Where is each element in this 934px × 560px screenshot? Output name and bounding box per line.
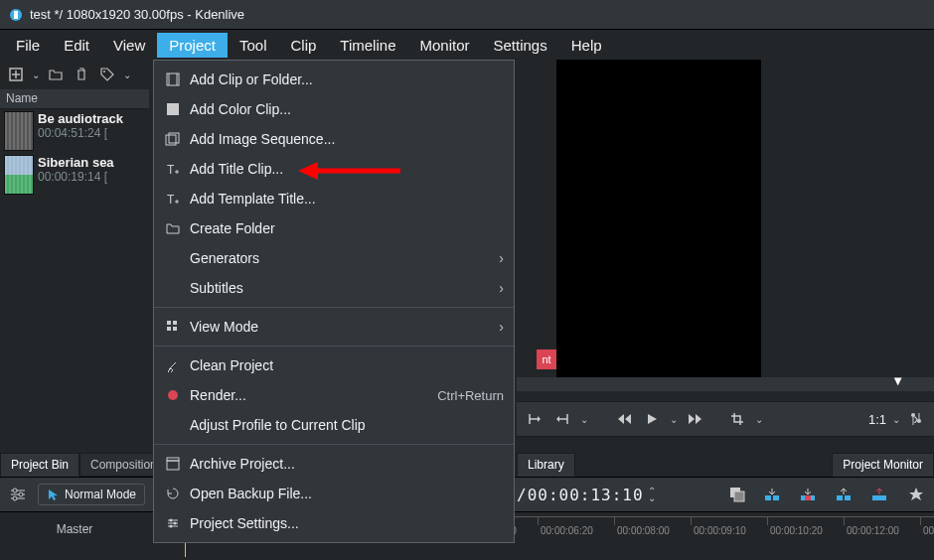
clip-name: Be audiotrack (38, 111, 123, 126)
master-track-label[interactable]: Master (0, 522, 149, 536)
delete-icon[interactable] (72, 65, 91, 84)
left-panel-tabs: Project Bin Compositions (0, 453, 174, 477)
add-clip-icon[interactable] (6, 65, 26, 84)
clip-thumbnail (4, 155, 34, 195)
svg-point-31 (917, 419, 921, 423)
timecode-display[interactable]: 00:00:13:10 (528, 486, 644, 504)
svg-rect-43 (837, 495, 843, 500)
zone-out-icon[interactable] (552, 409, 572, 429)
chevron-down-icon[interactable]: ⌄ (32, 70, 40, 80)
overlay-icon[interactable] (727, 485, 747, 504)
menu-generators[interactable]: Generators › (154, 243, 514, 273)
ruler-tick: 00:00:08:00 (614, 517, 670, 525)
menu-add-image-seq[interactable]: Add Image Sequence... (154, 124, 514, 154)
chevron-down-icon[interactable]: ⌄ (580, 414, 588, 425)
svg-point-35 (19, 492, 23, 496)
menu-project[interactable]: Project (157, 33, 228, 58)
tab-project-monitor[interactable]: Project Monitor (832, 453, 934, 477)
svg-point-30 (911, 413, 915, 417)
menu-settings[interactable]: Settings (482, 33, 559, 58)
menu-add-clip[interactable]: Add Clip or Folder... (154, 65, 514, 94)
menu-project-settings[interactable]: Project Settings... (154, 508, 514, 538)
shortcut-label: Ctrl+Return (437, 388, 504, 403)
menu-add-title[interactable]: T Add Title Clip... (154, 154, 514, 184)
audio-level-icon[interactable] (906, 409, 926, 429)
menu-add-template[interactable]: T Add Template Title... (154, 184, 514, 213)
center-panel-tabs: Library (517, 453, 575, 477)
menu-tool[interactable]: Tool (228, 33, 279, 58)
window-title: test */ 1080x1920 30.00fps - Kdenlive (30, 7, 244, 22)
svg-point-5 (103, 70, 105, 72)
monitor-ruler[interactable]: ▼ (517, 377, 934, 391)
bin-clip[interactable]: Siberian sea 00:00:19:14 [ (0, 153, 149, 197)
svg-rect-42 (805, 495, 811, 500)
project-monitor: nt ▼ ⌄ ⌄ ⌄ › (517, 60, 934, 457)
svg-rect-45 (872, 495, 886, 500)
menu-clip[interactable]: Clip (279, 33, 329, 58)
chevron-down-icon[interactable]: ⌄ (670, 414, 678, 425)
clip-label-badge: nt (537, 350, 556, 369)
backup-icon (164, 485, 182, 502)
menu-archive[interactable]: Archive Project... (154, 449, 514, 479)
svg-rect-38 (734, 491, 744, 501)
tab-library[interactable]: Library (517, 453, 575, 477)
project-bin: Be audiotrack 00:04:51:24 [ Siberian sea… (0, 109, 149, 447)
stepper-down-icon[interactable]: ⌄ (648, 494, 656, 501)
menu-adjust-profile[interactable]: Adjust Profile to Current Clip (154, 410, 514, 440)
svg-rect-39 (765, 495, 771, 500)
new-folder-icon (164, 219, 182, 237)
extract-icon[interactable] (835, 485, 855, 504)
svg-rect-40 (773, 495, 779, 500)
menu-view-mode[interactable]: View Mode › (154, 312, 514, 342)
rewind-icon[interactable] (614, 409, 634, 429)
play-icon[interactable] (642, 409, 662, 429)
bin-column-header[interactable]: Name (0, 89, 149, 109)
menu-clean-project[interactable]: Clean Project (154, 350, 514, 380)
menu-subtitles[interactable]: Subtitles › (154, 273, 514, 303)
separator (154, 307, 514, 308)
menu-render[interactable]: Render... Ctrl+Return (154, 380, 514, 410)
svg-point-34 (13, 489, 17, 492)
tag-icon[interactable] (97, 65, 117, 84)
svg-rect-19 (173, 321, 177, 325)
forward-icon[interactable] (686, 409, 705, 429)
zoom-label[interactable]: 1:1 (868, 412, 886, 427)
menu-open-backup[interactable]: Open Backup File... (154, 479, 514, 508)
menu-add-color[interactable]: Add Color Clip... (154, 94, 514, 124)
menu-monitor[interactable]: Monitor (407, 33, 481, 58)
folder-icon[interactable] (46, 65, 66, 84)
menu-create-folder[interactable]: Create Folder (154, 213, 514, 243)
tab-project-bin[interactable]: Project Bin (0, 453, 79, 477)
monitor-viewport[interactable]: nt (556, 60, 761, 387)
favorite-icon[interactable] (906, 485, 926, 504)
bin-clip[interactable]: Be audiotrack 00:04:51:24 [ (0, 109, 149, 153)
chevron-down-icon[interactable]: ⌄ (892, 414, 900, 425)
ruler-tick: 00:00:13:1 (920, 517, 934, 525)
menu-edit[interactable]: Edit (52, 33, 101, 58)
svg-rect-44 (845, 495, 851, 500)
edit-mode-button[interactable]: Normal Mode (38, 484, 145, 505)
menu-file[interactable]: File (4, 33, 52, 58)
svg-point-22 (168, 390, 178, 400)
chevron-down-icon[interactable]: ⌄ (123, 70, 131, 80)
menu-help[interactable]: Help (559, 33, 614, 58)
svg-point-25 (170, 519, 173, 522)
svg-point-36 (13, 496, 17, 500)
svg-rect-1 (14, 11, 18, 19)
monitor-zoom-controls: 1:1 ⌄ (860, 401, 934, 437)
lift-icon[interactable] (870, 485, 890, 504)
clip-name: Siberian sea (38, 155, 114, 170)
menu-view[interactable]: View (101, 33, 157, 58)
settings-icon[interactable] (8, 485, 28, 504)
overwrite-icon[interactable] (799, 485, 819, 504)
crop-icon[interactable] (727, 409, 747, 429)
submenu-arrow-icon: › (492, 280, 504, 296)
zone-in-icon[interactable] (525, 409, 545, 429)
menu-timeline[interactable]: Timeline (328, 33, 407, 58)
broom-icon (164, 356, 182, 374)
insert-icon[interactable] (763, 485, 783, 504)
out-marker-icon[interactable]: ▼ (891, 373, 904, 388)
svg-text:T: T (167, 163, 175, 176)
settings-icon (164, 514, 182, 532)
chevron-down-icon[interactable]: ⌄ (755, 414, 763, 425)
